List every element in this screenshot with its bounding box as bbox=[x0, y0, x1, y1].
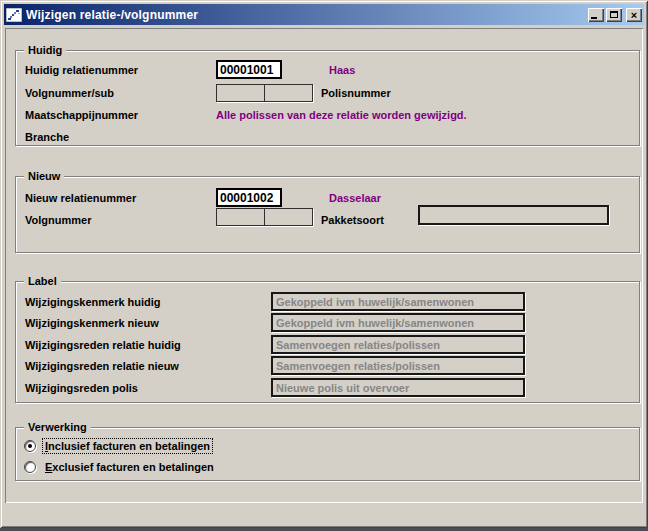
nieuw-relatienummer-input[interactable] bbox=[216, 188, 282, 207]
group-huidig-title: Huidig bbox=[24, 44, 66, 57]
radio-button-icon[interactable] bbox=[24, 461, 36, 473]
window-title: Wijzigen relatie-/volgnummer bbox=[26, 8, 588, 22]
volgnummer-sub-label: Volgnummer/sub bbox=[25, 87, 114, 99]
polisnummer-label: Polisnummer bbox=[321, 87, 391, 99]
radio-inclusief-label[interactable]: Inclusief facturen en betalingen bbox=[43, 439, 212, 453]
group-verwerking-title: Verwerking bbox=[24, 421, 91, 434]
pakketsoort-label: Pakketsoort bbox=[321, 214, 384, 226]
wijzigingsreden-relatie-nieuw-input[interactable] bbox=[271, 356, 525, 375]
group-nieuw: Nieuw Nieuw relatienummer Dasselaar Volg… bbox=[15, 176, 640, 253]
radio-exclusief[interactable]: Exclusief facturen en betalingen bbox=[24, 460, 216, 474]
app-icon bbox=[6, 8, 22, 22]
wijzigingskenmerk-nieuw-input[interactable] bbox=[271, 313, 525, 332]
maatschappijnummer-label: Maatschappijnummer bbox=[25, 109, 138, 121]
volgnummer-cell[interactable] bbox=[217, 209, 265, 225]
close-button[interactable]: × bbox=[626, 8, 642, 22]
wijzigingskenmerk-huidig-label: Wijzigingskenmerk huidig bbox=[25, 296, 161, 308]
radio-exclusief-label[interactable]: Exclusief facturen en betalingen bbox=[43, 460, 216, 474]
huidig-relatie-naam: Haas bbox=[329, 64, 355, 76]
volgnummer-cell[interactable] bbox=[217, 85, 265, 101]
wijzigingsreden-relatie-nieuw-label: Wijzigingsreden relatie nieuw bbox=[25, 360, 179, 372]
title-bar[interactable]: Wijzigen relatie-/volgnummer × bbox=[4, 4, 644, 25]
dialog-client-area: Huidig Huidig relatienummer Haas Volgnum… bbox=[5, 28, 643, 503]
wijzigingsreden-polis-label: Wijzigingsreden polis bbox=[25, 382, 138, 394]
group-huidig: Huidig Huidig relatienummer Haas Volgnum… bbox=[15, 50, 640, 146]
huidig-relatienummer-input[interactable] bbox=[216, 60, 282, 79]
wijzigingsreden-relatie-huidig-input[interactable] bbox=[271, 335, 525, 354]
volgnummer-sub-input[interactable] bbox=[216, 84, 313, 102]
minimize-icon bbox=[591, 17, 597, 19]
group-label-title: Label bbox=[24, 275, 61, 288]
group-nieuw-title: Nieuw bbox=[24, 170, 64, 183]
dialog-window: Wijzigen relatie-/volgnummer × Huidig Hu… bbox=[0, 0, 648, 528]
sub-cell[interactable] bbox=[265, 85, 313, 101]
nieuw-relatie-naam: Dasselaar bbox=[329, 192, 381, 204]
wijzigingsreden-polis-input[interactable] bbox=[271, 378, 525, 397]
radio-inclusief[interactable]: Inclusief facturen en betalingen bbox=[24, 439, 212, 453]
radio-button-icon[interactable] bbox=[24, 440, 36, 452]
wijzigingskenmerk-huidig-input[interactable] bbox=[271, 292, 525, 311]
branche-label: Branche bbox=[25, 131, 69, 143]
maximize-button[interactable] bbox=[606, 8, 622, 22]
wijzigingskenmerk-nieuw-label: Wijzigingskenmerk nieuw bbox=[25, 317, 159, 329]
wijzigingsreden-relatie-huidig-label: Wijzigingsreden relatie huidig bbox=[25, 339, 181, 351]
nieuw-volgnummer-input[interactable] bbox=[216, 208, 313, 226]
pakketsoort-input[interactable] bbox=[418, 205, 609, 225]
close-icon: × bbox=[631, 9, 637, 21]
huidig-relatienummer-label: Huidig relatienummer bbox=[25, 64, 138, 76]
group-verwerking: Verwerking Inclusief facturen en betalin… bbox=[15, 427, 640, 481]
group-label: Label Wijzigingskenmerk huidig Wijziging… bbox=[15, 281, 640, 403]
nieuw-relatienummer-label: Nieuw relatienummer bbox=[25, 192, 136, 204]
nieuw-volgnummer-label: Volgnummer bbox=[25, 214, 91, 226]
maximize-icon bbox=[610, 11, 618, 18]
maatschappij-message: Alle polissen van deze relatie worden ge… bbox=[216, 109, 467, 121]
minimize-button[interactable] bbox=[588, 8, 604, 22]
sub-cell[interactable] bbox=[265, 209, 313, 225]
